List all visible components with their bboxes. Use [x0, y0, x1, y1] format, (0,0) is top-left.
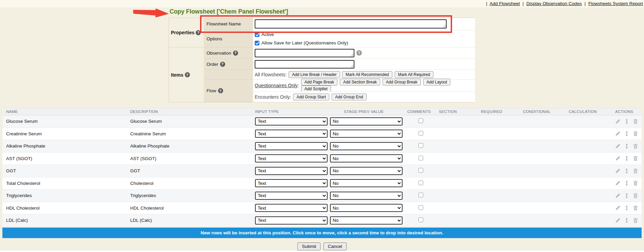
active-checkbox[interactable]	[255, 32, 259, 37]
table-row: Creatinine Serum Creatinine Serum Text N…	[2, 128, 642, 140]
delete-icon[interactable]	[633, 205, 638, 211]
move-row-icon[interactable]	[624, 119, 629, 124]
comments-checkbox[interactable]	[418, 118, 423, 123]
stage-prev-value-select[interactable]: No	[330, 130, 403, 138]
add-scriptlet-button[interactable]: Add Scriptlet	[301, 85, 331, 92]
edit-icon[interactable]	[615, 143, 621, 149]
observation-field-help-icon[interactable]: ?	[356, 50, 362, 56]
comments-checkbox[interactable]	[418, 180, 423, 185]
annotation-arrow-icon	[133, 8, 171, 19]
add-layout-button[interactable]: Add Layout	[423, 79, 451, 85]
comments-checkbox[interactable]	[418, 131, 423, 136]
cancel-button[interactable]: Cancel	[324, 243, 347, 250]
all-flowsheets-row: All Flowsheets: Add Line Break / Header …	[253, 70, 475, 80]
edit-icon[interactable]	[615, 193, 621, 198]
row-description: HDL Cholesterol	[130, 206, 255, 211]
stage-prev-value-select[interactable]: No	[330, 117, 403, 125]
table-row: Total Cholesterol Cholesterol Text No	[2, 177, 642, 190]
flowsheet-name-input[interactable]	[255, 19, 447, 28]
insertion-position-banner[interactable]: New rows will be inserted at this positi…	[2, 228, 642, 238]
edit-icon[interactable]	[615, 205, 621, 211]
delete-icon[interactable]	[633, 180, 638, 186]
move-row-icon[interactable]	[624, 168, 629, 174]
link-display-observation-codes[interactable]: Display Observation Codes	[526, 1, 582, 6]
add-section-break-button[interactable]: Add Section Break	[340, 79, 380, 85]
delete-icon[interactable]	[633, 131, 638, 136]
add-group-break-button[interactable]: Add Group Break	[383, 79, 421, 85]
add-page-break-button[interactable]: Add Page Break	[301, 79, 337, 85]
delete-icon[interactable]	[633, 218, 638, 223]
move-row-icon[interactable]	[624, 131, 629, 136]
row-description: AST (SGOT)	[130, 156, 255, 161]
input-type-select[interactable]: Text	[255, 142, 328, 150]
move-row-icon[interactable]	[624, 205, 629, 211]
observation-input[interactable]	[255, 49, 354, 57]
edit-icon[interactable]	[615, 180, 621, 186]
edit-icon[interactable]	[615, 119, 621, 124]
header-comments: COMMENTS	[405, 110, 434, 114]
header-input-type: INPUT TYPE	[255, 110, 330, 114]
add-line-break-header-button[interactable]: Add Line Break / Header	[289, 71, 340, 78]
move-row-icon[interactable]	[624, 143, 629, 149]
flow-help-icon[interactable]: ?	[218, 88, 223, 93]
edit-icon[interactable]	[615, 131, 621, 136]
comments-checkbox[interactable]	[418, 193, 423, 197]
comments-checkbox[interactable]	[418, 156, 423, 160]
delete-icon[interactable]	[633, 168, 638, 174]
edit-icon[interactable]	[615, 168, 621, 174]
stage-prev-value-select[interactable]: No	[330, 142, 403, 150]
stage-prev-value-select[interactable]: No	[330, 154, 403, 162]
row-actions	[613, 193, 642, 198]
stage-prev-value-select[interactable]: No	[330, 167, 403, 175]
input-type-select[interactable]: Text	[255, 204, 328, 212]
mark-all-recommended-button[interactable]: Mark All Recommended	[342, 71, 392, 78]
stage-prev-value-select[interactable]: No	[330, 216, 403, 225]
submit-button[interactable]: Submit	[297, 243, 320, 250]
order-help-icon[interactable]: ?	[220, 62, 225, 67]
mark-all-required-button[interactable]: Mark All Required	[395, 71, 434, 78]
stage-prev-value-select[interactable]: No	[330, 179, 403, 187]
input-type-select[interactable]: Text	[255, 192, 328, 200]
order-cell	[253, 59, 475, 70]
delete-icon[interactable]	[633, 143, 638, 149]
move-row-icon[interactable]	[624, 180, 629, 186]
comments-checkbox[interactable]	[418, 205, 423, 210]
edit-icon[interactable]	[615, 156, 621, 161]
add-group-start-button[interactable]: Add Group Start	[293, 94, 329, 100]
header-description: DESCRIPTION	[130, 110, 255, 114]
link-add-flowsheet[interactable]: Add Flowsheet	[490, 1, 520, 6]
row-actions	[613, 156, 642, 161]
add-group-end-button[interactable]: Add Group End	[332, 94, 367, 100]
edit-icon[interactable]	[615, 218, 621, 223]
row-name: Creatinine Serum	[6, 131, 130, 136]
comments-checkbox[interactable]	[418, 168, 423, 173]
move-row-icon[interactable]	[624, 218, 629, 223]
link-flowsheets-system-report[interactable]: Flowsheets System Report	[588, 1, 643, 6]
input-type-select[interactable]: Text	[255, 179, 328, 187]
stage-prev-value-select[interactable]: No	[330, 192, 403, 200]
delete-icon[interactable]	[633, 193, 638, 198]
move-row-icon[interactable]	[624, 156, 629, 161]
observation-help-icon[interactable]: ?	[233, 51, 238, 56]
allow-save-checkbox[interactable]	[255, 41, 259, 45]
table-row: AST (SGOT) AST (SGOT) Text No	[2, 153, 642, 165]
input-type-select[interactable]: Text	[255, 154, 328, 162]
row-actions	[613, 180, 642, 186]
comments-checkbox[interactable]	[418, 143, 423, 148]
allow-save-checkbox-label: Allow Save for Later (Questionnaires Onl…	[261, 40, 348, 45]
input-type-select[interactable]: Text	[255, 117, 328, 125]
input-type-select[interactable]: Text	[255, 130, 328, 138]
header-stage-prev-value: STAGE PREV VALUE	[330, 110, 405, 114]
table-row: LDL (Calc) LDL (Calc) Text No	[2, 214, 642, 227]
comments-checkbox[interactable]	[418, 217, 423, 222]
input-type-select[interactable]: Text	[255, 167, 328, 175]
top-bar: | Add Flowsheet | Display Observation Co…	[0, 0, 644, 7]
delete-icon[interactable]	[633, 119, 638, 124]
order-input[interactable]	[255, 60, 354, 69]
stage-prev-value-select[interactable]: No	[330, 204, 403, 212]
input-type-select[interactable]: Text	[255, 216, 328, 225]
move-row-icon[interactable]	[624, 193, 629, 198]
delete-icon[interactable]	[633, 156, 638, 161]
properties-help-icon[interactable]: ?	[196, 30, 201, 35]
items-help-icon[interactable]: ?	[185, 72, 190, 77]
